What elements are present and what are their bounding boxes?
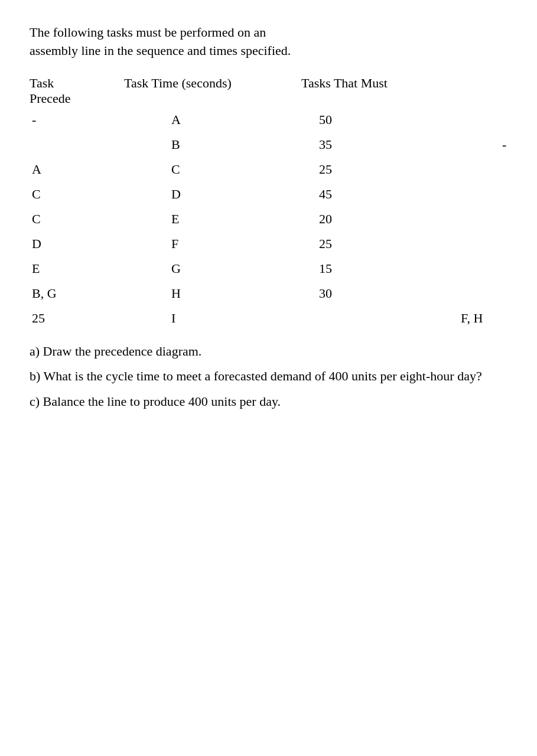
header-must-precede: Tasks That Must — [301, 74, 455, 107]
table-row: B, G H 30 — [30, 281, 507, 306]
header-task-time: Task Time (seconds) — [124, 74, 301, 107]
questions-section: a) Draw the precedence diagram. b) What … — [30, 343, 507, 411]
must-precede-cell — [455, 107, 507, 132]
time-cell: 25 — [301, 157, 455, 182]
task-letter-cell: F — [124, 232, 301, 256]
precede-cell: A — [30, 157, 124, 182]
table-row: 25 I F, H — [30, 306, 507, 331]
time-cell: 50 — [301, 107, 455, 132]
time-cell: 20 — [301, 207, 455, 232]
task-letter-cell: A — [124, 107, 301, 132]
must-precede-cell — [455, 182, 507, 207]
table-row: - A 50 — [30, 107, 507, 132]
time-cell: 15 — [301, 256, 455, 281]
task-letter-cell: E — [124, 207, 301, 232]
task-table: Task Precede Task Time (seconds) Tasks T… — [30, 74, 507, 331]
header-task-precede: Task Precede — [30, 74, 124, 107]
table-row: C E 20 — [30, 207, 507, 232]
task-letter-cell: D — [124, 182, 301, 207]
question-c: c) Balance the line to produce 400 units… — [30, 393, 507, 411]
question-b: b) What is the cycle time to meet a fore… — [30, 367, 507, 386]
task-letter-cell: B — [124, 132, 301, 157]
must-precede-cell — [455, 157, 507, 182]
must-precede-cell — [455, 281, 507, 306]
precede-cell: C — [30, 182, 124, 207]
time-cell — [301, 306, 455, 331]
task-letter-cell: C — [124, 157, 301, 182]
must-precede-cell — [455, 256, 507, 281]
precede-cell: B, G — [30, 281, 124, 306]
table-row: A C 25 — [30, 157, 507, 182]
time-cell: 35 — [301, 132, 455, 157]
precede-cell: C — [30, 207, 124, 232]
time-cell: 30 — [301, 281, 455, 306]
intro-line1: The following tasks must be performed on… — [30, 24, 507, 42]
table-row: D F 25 — [30, 232, 507, 256]
table-header: Task Precede Task Time (seconds) Tasks T… — [30, 74, 507, 107]
intro-paragraph: The following tasks must be performed on… — [30, 24, 507, 60]
table-row: B 35 - — [30, 132, 507, 157]
task-letter-cell: I — [124, 306, 301, 331]
precede-cell — [30, 132, 124, 157]
table-row: E G 15 — [30, 256, 507, 281]
precede-cell: E — [30, 256, 124, 281]
intro-line2: assembly line in the sequence and times … — [30, 42, 507, 60]
table-row: C D 45 — [30, 182, 507, 207]
must-precede-cell: F, H — [455, 306, 507, 331]
precede-cell: 25 — [30, 306, 124, 331]
must-precede-cell — [455, 207, 507, 232]
must-precede-cell — [455, 232, 507, 256]
task-letter-cell: G — [124, 256, 301, 281]
precede-cell: - — [30, 107, 124, 132]
task-letter-cell: H — [124, 281, 301, 306]
question-a: a) Draw the precedence diagram. — [30, 343, 507, 361]
precede-cell: D — [30, 232, 124, 256]
time-cell: 45 — [301, 182, 455, 207]
time-cell: 25 — [301, 232, 455, 256]
must-precede-cell: - — [455, 132, 507, 157]
